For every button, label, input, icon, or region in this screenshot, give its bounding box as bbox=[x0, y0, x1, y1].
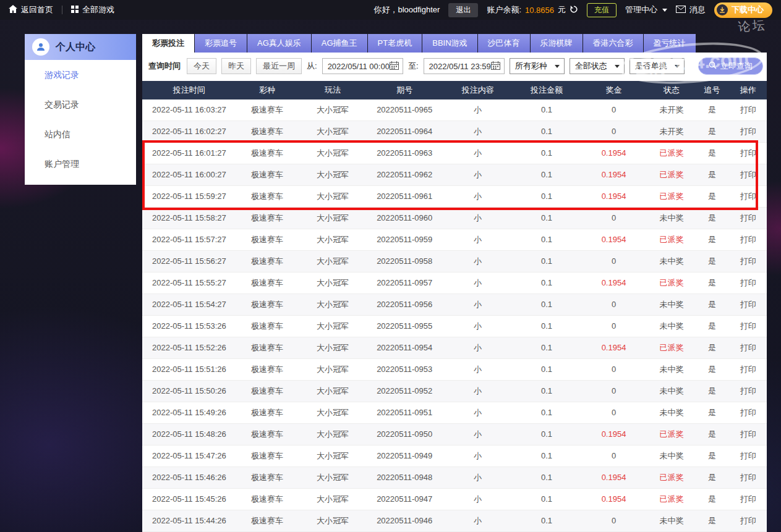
cell-issue: 20220511-0965 bbox=[367, 99, 442, 120]
tab-bbin-games[interactable]: BBIN游戏 bbox=[422, 34, 477, 53]
search-icon bbox=[709, 61, 717, 71]
cell-issue: 20220511-0964 bbox=[367, 121, 442, 142]
home-icon bbox=[9, 5, 17, 15]
sidebar-item-game-records[interactable]: 游戏记录 bbox=[25, 60, 136, 90]
tab-lottery-chase[interactable]: 彩票追号 bbox=[195, 34, 247, 53]
cell-bet-time: 2022-05-11 15:53:26 bbox=[142, 316, 236, 337]
grid-icon bbox=[71, 6, 79, 15]
cell-lottery: 极速赛车 bbox=[236, 445, 299, 467]
sidebar-item-transactions[interactable]: 交易记录 bbox=[25, 90, 136, 119]
sidebar: 个人中心 游戏记录 交易记录 站内信 账户管理 bbox=[25, 34, 136, 185]
cell-play: 大小冠军 bbox=[299, 489, 367, 510]
tab-lottery-bet[interactable]: 彩票投注 bbox=[142, 34, 194, 53]
chevron-down-icon bbox=[662, 9, 667, 12]
cell-chase: 是 bbox=[695, 402, 730, 423]
cell-issue: 20220511-0950 bbox=[367, 424, 442, 445]
print-link[interactable]: 打印 bbox=[729, 424, 767, 445]
query-button-label: 立即查询 bbox=[720, 61, 753, 72]
tab-profit-stats[interactable]: 盈亏统计 bbox=[644, 34, 696, 53]
print-link[interactable]: 打印 bbox=[729, 381, 767, 402]
cell-bet-content: 小 bbox=[442, 424, 514, 445]
refresh-icon[interactable] bbox=[570, 5, 578, 15]
home-link[interactable]: 返回首页 bbox=[9, 4, 53, 15]
calendar-icon[interactable] bbox=[491, 61, 500, 72]
print-link[interactable]: 打印 bbox=[729, 143, 767, 164]
status-select[interactable]: 全部状态 bbox=[570, 58, 625, 74]
cell-chase: 是 bbox=[695, 489, 730, 510]
download-center-button[interactable]: 下载中心 bbox=[714, 2, 772, 18]
sidebar-item-account[interactable]: 账户管理 bbox=[25, 149, 136, 179]
admin-center-dropdown[interactable]: 管理中心 bbox=[625, 4, 667, 15]
cell-issue: 20220511-0947 bbox=[367, 489, 442, 510]
calendar-icon[interactable] bbox=[390, 61, 399, 72]
print-link[interactable]: 打印 bbox=[729, 316, 767, 337]
yesterday-button[interactable]: 昨天 bbox=[221, 58, 251, 74]
cell-issue: 20220511-0960 bbox=[367, 208, 442, 229]
cell-prize: 0.1954 bbox=[579, 164, 648, 185]
cell-chase: 是 bbox=[695, 229, 730, 250]
date-from-input[interactable]: 2022/05/11 00:00 bbox=[322, 58, 403, 74]
today-button[interactable]: 今天 bbox=[187, 58, 216, 74]
print-link[interactable]: 打印 bbox=[729, 121, 767, 142]
cell-chase: 是 bbox=[695, 272, 730, 293]
sidebar-item-site-messages[interactable]: 站内信 bbox=[25, 119, 136, 149]
cell-prize: 0 bbox=[579, 445, 648, 467]
cell-status: 已派奖 bbox=[648, 164, 695, 185]
balance-unit: 元 bbox=[558, 4, 566, 15]
lottery-type-select[interactable]: 所有彩种 bbox=[510, 58, 565, 74]
print-link[interactable]: 打印 bbox=[729, 445, 767, 467]
print-link[interactable]: 打印 bbox=[729, 186, 767, 207]
recharge-button[interactable]: 充值 bbox=[587, 3, 617, 17]
cell-play: 大小冠军 bbox=[299, 381, 367, 402]
cell-status: 未中奖 bbox=[648, 359, 695, 380]
tab-saba-sports[interactable]: 沙巴体育 bbox=[478, 34, 530, 53]
table-row: 2022-05-11 15:45:26 极速赛车 大小冠军 20220511-0… bbox=[142, 489, 767, 510]
cell-prize: 0 bbox=[579, 510, 648, 531]
cell-status: 已派奖 bbox=[648, 143, 695, 164]
logout-button[interactable]: 退出 bbox=[448, 3, 478, 17]
cell-bet-content: 小 bbox=[442, 510, 514, 531]
print-link[interactable]: 打印 bbox=[729, 510, 767, 531]
cell-prize: 0.1954 bbox=[579, 337, 648, 358]
tab-leyou-cards[interactable]: 乐游棋牌 bbox=[531, 34, 583, 53]
messages-link[interactable]: 消息 bbox=[676, 4, 706, 15]
sidebar-header: 个人中心 bbox=[25, 34, 136, 60]
print-link[interactable]: 打印 bbox=[729, 229, 767, 250]
print-link[interactable]: 打印 bbox=[729, 164, 767, 185]
print-link[interactable]: 打印 bbox=[729, 467, 767, 488]
header-prize: 奖金 bbox=[579, 81, 648, 99]
tab-pt-slots[interactable]: PT老虎机 bbox=[368, 34, 422, 53]
cell-play: 大小冠军 bbox=[299, 424, 367, 445]
cell-bet-amount: 0.1 bbox=[514, 229, 579, 250]
print-link[interactable]: 打印 bbox=[729, 208, 767, 229]
filter-bar: 查询时间 今天 昨天 最近一周 从: 2022/05/11 00:00 至: 2… bbox=[142, 53, 767, 78]
single-bet-select[interactable]: 是否单挑 bbox=[629, 58, 685, 74]
print-link[interactable]: 打印 bbox=[729, 489, 767, 510]
lottery-type-value: 所有彩种 bbox=[515, 61, 547, 72]
query-button[interactable]: 立即查询 bbox=[698, 57, 763, 75]
cell-issue: 20220511-0951 bbox=[367, 402, 442, 423]
cell-chase: 是 bbox=[695, 381, 730, 402]
tab-ag-live[interactable]: AG真人娱乐 bbox=[247, 34, 311, 53]
print-link[interactable]: 打印 bbox=[729, 337, 767, 358]
download-center-label: 下载中心 bbox=[732, 4, 764, 15]
cell-prize: 0.1954 bbox=[579, 143, 648, 164]
cell-bet-amount: 0.1 bbox=[514, 467, 579, 488]
all-games-link[interactable]: 全部游戏 bbox=[71, 4, 114, 15]
print-link[interactable]: 打印 bbox=[729, 99, 767, 120]
cell-bet-amount: 0.1 bbox=[514, 445, 579, 467]
table-row: 2022-05-11 15:51:26 极速赛车 大小冠军 20220511-0… bbox=[142, 359, 767, 381]
print-link[interactable]: 打印 bbox=[729, 359, 767, 380]
date-to-input[interactable]: 2022/05/11 23:59 bbox=[424, 58, 505, 74]
home-label: 返回首页 bbox=[21, 4, 53, 15]
table-row: 2022-05-11 16:02:27 极速赛车 大小冠军 20220511-0… bbox=[142, 121, 767, 143]
bets-table: 投注时间 彩种 玩法 期号 投注内容 投注金额 奖金 状态 追号 操作 2022… bbox=[142, 81, 767, 532]
tab-hk-lottery[interactable]: 香港六合彩 bbox=[583, 34, 643, 53]
print-link[interactable]: 打印 bbox=[729, 272, 767, 293]
print-link[interactable]: 打印 bbox=[729, 294, 767, 315]
last-week-button[interactable]: 最近一周 bbox=[256, 58, 302, 74]
tab-ag-fishing[interactable]: AG捕鱼王 bbox=[312, 34, 367, 53]
print-link[interactable]: 打印 bbox=[729, 402, 767, 423]
print-link[interactable]: 打印 bbox=[729, 251, 767, 272]
table-row: 2022-05-11 15:46:26 极速赛车 大小冠军 20220511-0… bbox=[142, 467, 767, 489]
